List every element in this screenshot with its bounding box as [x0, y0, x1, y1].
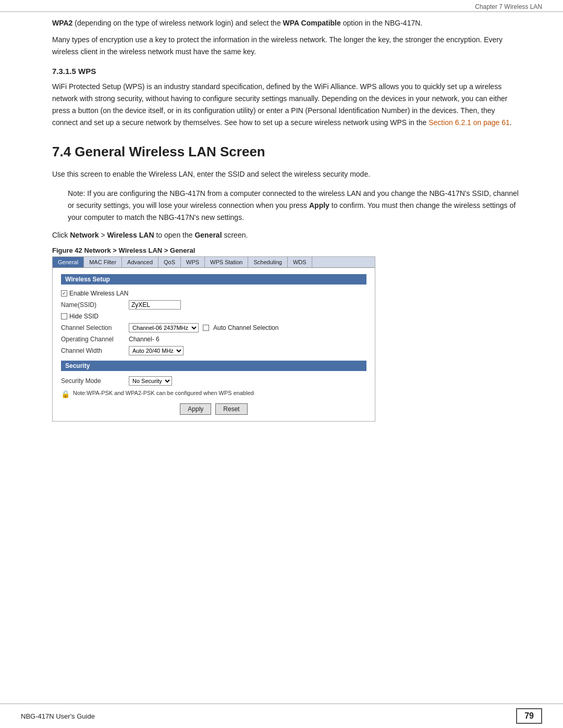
- intro-para1-text2: option in the NBG-417N.: [341, 19, 422, 27]
- click-prefix: Click: [52, 231, 70, 239]
- hide-ssid-label: Hide SSID: [69, 313, 99, 320]
- section-7315-body: WiFi Protected Setup (WPS) is an industr…: [52, 81, 521, 129]
- chapter-label: Chapter 7 Wireless LAN: [475, 3, 542, 10]
- note-para: Note: If you are configuring the NBG-417…: [68, 188, 521, 224]
- intro-para1: WPA2 (depending on the type of wireless …: [52, 17, 521, 29]
- tab-qos[interactable]: QoS: [158, 257, 181, 267]
- footer-guide-label: NBG-417N User's Guide: [21, 712, 95, 720]
- security-mode-label: Security Mode: [61, 377, 129, 385]
- network-bold: Network: [70, 231, 99, 239]
- figure-label: Figure 42 Network > Wireless LAN > Gener…: [52, 246, 521, 254]
- channel-width-value-container: Auto 20/40 MHz: [129, 346, 183, 355]
- security-mode-select[interactable]: No Security: [129, 376, 172, 386]
- intro-para2: Many types of encryption use a key to pr…: [52, 34, 521, 57]
- channel-selection-value-container: Channel-06 2437MHz Auto Channel Selectio…: [129, 323, 278, 332]
- security-mode-row: Security Mode No Security: [61, 376, 366, 386]
- ssid-value-container: [129, 300, 181, 310]
- security-section: Security Security Mode No Security 🔒: [61, 361, 366, 415]
- enable-wireless-label: Enable Wireless LAN: [69, 290, 128, 297]
- ssid-input[interactable]: [129, 300, 181, 310]
- wps-note-text: Note:WPA-PSK and WPA2-PSK can be configu…: [73, 390, 254, 396]
- wireless-lan-bold: Wireless LAN: [107, 231, 154, 239]
- apply-bold: Apply: [309, 201, 329, 209]
- click-line: Click Network > Wireless LAN to open the…: [52, 231, 521, 239]
- reset-button[interactable]: Reset: [215, 403, 247, 415]
- tab-advanced[interactable]: Advanced: [122, 257, 158, 267]
- section-7315-heading: 7.3.1.5 WPS: [52, 67, 521, 76]
- wps-note-row: 🔒 Note:WPA-PSK and WPA2-PSK can be confi…: [61, 390, 366, 398]
- section-7315: 7.3.1.5 WPS WiFi Protected Setup (WPS) i…: [52, 67, 521, 129]
- header-bar: Chapter 7 Wireless LAN: [0, 0, 563, 11]
- wpa-compatible-bold: WPA Compatible: [283, 19, 341, 27]
- tab-wds[interactable]: WDS: [288, 257, 312, 267]
- page-number: 79: [516, 708, 542, 724]
- security-mode-value-container: No Security: [129, 376, 172, 386]
- operating-channel-text: Channel- 6: [129, 336, 160, 343]
- body-end: .: [510, 118, 512, 127]
- note-label: Note:: [68, 189, 87, 198]
- ssid-label: Name(SSID): [61, 301, 129, 309]
- click-gt: >: [99, 231, 107, 239]
- section-link[interactable]: Section 6.2.1 on page 61: [429, 118, 510, 127]
- channel-width-row: Channel Width Auto 20/40 MHz: [61, 346, 366, 355]
- apply-button[interactable]: Apply: [180, 403, 211, 415]
- auto-channel-checkbox[interactable]: [203, 325, 209, 331]
- enable-wireless-row: ✓ Enable Wireless LAN: [61, 290, 366, 297]
- router-tabs: General MAC Filter Advanced QoS WPS WPS …: [53, 257, 375, 268]
- section-74-para1: Use this screen to enable the Wireless L…: [52, 168, 521, 180]
- tab-general[interactable]: General: [53, 257, 84, 267]
- router-body: Wireless Setup ✓ Enable Wireless LAN Nam…: [53, 268, 375, 421]
- click-suffix: to open the: [154, 231, 195, 239]
- main-content: WPA2 (depending on the type of wireless …: [0, 12, 563, 453]
- operating-channel-row: Operating Channel Channel- 6: [61, 336, 366, 343]
- security-section-label: Security: [61, 361, 366, 371]
- channel-selection-row: Channel Selection Channel-06 2437MHz Aut…: [61, 323, 366, 332]
- intro-block: WPA2 (depending on the type of wireless …: [52, 17, 521, 57]
- hide-ssid-checkbox[interactable]: [61, 313, 67, 319]
- ssid-row: Name(SSID): [61, 300, 366, 310]
- note-block: Note: If you are configuring the NBG-417…: [68, 188, 521, 224]
- section-74-heading: 7.4 General Wireless LAN Screen: [52, 144, 521, 160]
- figure-number: Figure 42: [52, 246, 82, 254]
- auto-channel-label: Auto Channel Selection: [213, 324, 278, 331]
- footer: NBG-417N User's Guide 79: [0, 704, 563, 728]
- click-end: screen.: [222, 231, 248, 239]
- tab-scheduling[interactable]: Scheduling: [248, 257, 287, 267]
- page-container: Chapter 7 Wireless LAN WPA2 (depending o…: [0, 0, 563, 728]
- operating-channel-label: Operating Channel: [61, 336, 129, 343]
- enable-wireless-checkbox[interactable]: ✓: [61, 290, 67, 297]
- figure-caption: Network > Wireless LAN > General: [82, 246, 195, 254]
- wireless-setup-section-label: Wireless Setup: [61, 274, 366, 285]
- note-icon: 🔒: [61, 390, 70, 398]
- channel-selection-select[interactable]: Channel-06 2437MHz: [129, 323, 199, 332]
- channel-selection-label: Channel Selection: [61, 324, 129, 331]
- tab-mac-filter[interactable]: MAC Filter: [84, 257, 122, 267]
- tab-wps[interactable]: WPS: [181, 257, 205, 267]
- operating-channel-value: Channel- 6: [129, 336, 160, 343]
- general-bold: General: [194, 231, 222, 239]
- channel-width-select[interactable]: Auto 20/40 MHz: [129, 346, 183, 355]
- router-ui: General MAC Filter Advanced QoS WPS WPS …: [52, 256, 375, 422]
- tab-wps-station[interactable]: WPS Station: [205, 257, 248, 267]
- intro-para1-text: (depending on the type of wireless netwo…: [72, 19, 283, 27]
- channel-width-label: Channel Width: [61, 347, 129, 354]
- hide-ssid-row: Hide SSID: [61, 313, 366, 320]
- button-row: Apply Reset: [61, 403, 366, 415]
- wpa2-bold: WPA2: [52, 19, 72, 27]
